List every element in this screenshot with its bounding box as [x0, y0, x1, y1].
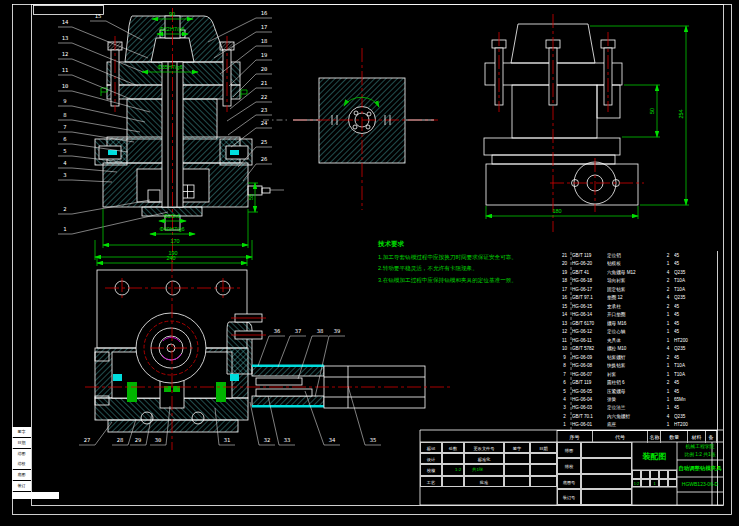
balloon-number: 12 — [62, 51, 69, 57]
dim-text: 180 — [552, 208, 561, 214]
bom-row: 11HG-06-11夹具体1HT200 — [557, 337, 717, 345]
bom-row: 16GB/T 97.1垫圈 124Q235 — [557, 294, 717, 302]
title-mid-cell: 装订号 — [557, 489, 581, 505]
mini-cell — [650, 470, 659, 479]
balloon-number: 23 — [261, 107, 268, 113]
section-view-plate — [263, 48, 438, 210]
balloon-number: 29 — [135, 437, 142, 443]
balloon-number: 15 — [95, 13, 102, 19]
balloon-number: 8 — [63, 112, 66, 118]
mini-cell — [659, 479, 668, 488]
balloon-number: 19 — [261, 52, 268, 58]
title-mid-cell — [581, 442, 632, 458]
frame-strip — [12, 492, 59, 499]
title-mid-cell: 描校 — [557, 458, 581, 474]
balloon-number: 25 — [261, 139, 268, 145]
bom-row: 7HG-06-07衬套1T10A — [557, 371, 717, 379]
bom-header-cell: 备注 — [706, 431, 717, 443]
dim-text: 240 — [166, 255, 175, 261]
bom-row: 12HG-06-12定位心轴145 — [557, 328, 717, 336]
frame-side-cell: 底图 — [12, 470, 31, 480]
mini-cell — [659, 470, 668, 479]
bom-row: 4HG-06-04弹簧165Mn — [557, 396, 717, 404]
drawing-name: 装配图 — [632, 443, 677, 469]
bom-header-cell: 数量 — [661, 431, 688, 443]
note-line: 1.加工导套钻模过程中应按换刀时间要求保证安全可靠。 — [378, 252, 517, 263]
bom-row: 18HG-06-18导向衬套2T10A — [557, 277, 717, 285]
balloon-number: 36 — [274, 328, 281, 334]
scale-mini-grid: 1:21 — [632, 470, 677, 487]
frame-side-cell: 装订 — [12, 481, 31, 491]
bom-table: 21GB/T 119定位销245 20HG-06-20钻模板145 19GB/T… — [557, 252, 717, 430]
org-line2: 比例 1:2 共1张 — [677, 451, 723, 459]
mini-cell: 1:2 — [632, 479, 641, 488]
balloon-number: 33 — [284, 437, 291, 443]
balloon-number: 22 — [261, 94, 268, 100]
balloon-number: 17 — [261, 24, 268, 30]
section-view-main — [95, 8, 270, 262]
balloon-number: 26 — [261, 156, 268, 162]
mini-cell — [668, 470, 677, 479]
dim-text: 170 — [170, 238, 179, 244]
mini-cell: 1 — [650, 479, 659, 488]
mini-cell — [668, 479, 677, 488]
frame-side-cell: 签字 — [12, 427, 31, 437]
balloon-number: 37 — [295, 328, 302, 334]
title-mid-cell — [581, 458, 632, 474]
title-mid-grid: 描图描校底图号装订号 — [557, 442, 632, 505]
balloon-number: 1 — [63, 226, 66, 232]
balloon-number: 31 — [224, 437, 231, 443]
bom-row: 5HG-06-05压紧螺母145 — [557, 388, 717, 396]
frame-side-cell: 日期 — [12, 438, 31, 448]
dim-text: 90 — [169, 11, 175, 17]
bom-row: 9HG-06-09钻套螺钉245 — [557, 354, 717, 362]
balloon-number: 14 — [62, 19, 69, 25]
balloon-number: 30 — [155, 437, 162, 443]
balloon-number: 4 — [63, 160, 66, 166]
boss-circle — [136, 313, 206, 383]
signature-grid: 标记处数更改文件号签字日期 设计标准化 校核 工艺批准 — [420, 442, 557, 487]
title-mid-cell: 底图号 — [557, 474, 581, 490]
title-mid-cell — [581, 474, 632, 490]
balloon-number: 10 — [62, 83, 69, 89]
balloon-number: 34 — [329, 437, 336, 443]
bom-row: 14HG-06-14开口垫圈145 — [557, 311, 717, 319]
balloon-number: 11 — [62, 67, 69, 73]
technical-notes: 技术要求 1.加工导套钻模过程中应按换刀时间要求保证安全可靠。 2.转动要平稳灵… — [378, 240, 517, 286]
mini-cell — [641, 470, 650, 479]
balloon-number: 5 — [63, 148, 66, 154]
bom-row: 21GB/T 119定位销245 — [557, 252, 717, 260]
drawing-code: HGWB123-06-D — [677, 478, 723, 491]
mini-cell — [632, 470, 641, 479]
frame-side-cell: 描校 — [12, 459, 31, 469]
mini-cell — [641, 479, 650, 488]
bom-row: 1HG-06-01底座1HT200 — [557, 421, 717, 429]
note-line: 2.转动要平稳灵活，不允许有卡阻现象。 — [378, 263, 517, 274]
bom-row: 3HG-06-03定位法兰145 — [557, 404, 717, 412]
title-mid-cell: 描图 — [557, 442, 581, 458]
bom-row: 20HG-06-20钻模板145 — [557, 260, 717, 268]
notes-title: 技术要求 — [378, 240, 517, 249]
title-mid-cell — [581, 489, 632, 505]
note-line: 3.在钻模加工过程中应保持钻模和夹具的定位基准一致。 — [378, 275, 517, 286]
balloon-number: 9 — [63, 98, 66, 104]
project-title: 自动调整钻模夹具 — [677, 461, 723, 476]
balloon-number: 32 — [264, 437, 271, 443]
balloon-number: 28 — [117, 437, 124, 443]
balloon-number: 38 — [317, 328, 324, 334]
balloon-number: 2 — [63, 206, 66, 212]
balloon-number: 3 — [63, 172, 66, 178]
bom-header-cell: 名称 — [648, 431, 661, 443]
bom-row: 13GB/T 6170螺母 M16145 — [557, 320, 717, 328]
bom-row: 15HG-06-15支承柱245 — [557, 303, 717, 311]
bom-row: 17HG-06-17固定钻套2T10A — [557, 286, 717, 294]
balloon-number: 18 — [261, 38, 268, 44]
bom-row: 10GB/T 5782螺栓 M104Q235 — [557, 345, 717, 353]
dim-text: Φ35H7/g6 — [157, 64, 182, 70]
drawing-sheet: 1413121110987654321 15 16171819202122232… — [0, 0, 739, 526]
frame-side-table: 签字日期描图描校底图装订 — [12, 427, 31, 492]
frame-side-cell: 描图 — [12, 449, 31, 459]
dim-text: 254 — [678, 109, 684, 118]
balloon-number: 16 — [261, 10, 268, 16]
org-cell: 机械工程学院 比例 1:2 共1张 — [677, 443, 723, 460]
